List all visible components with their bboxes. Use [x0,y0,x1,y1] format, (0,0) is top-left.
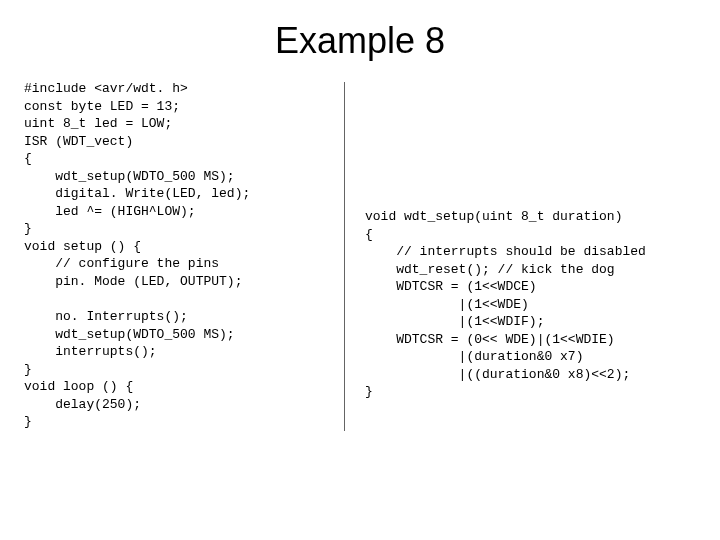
code-columns: #include <avr/wdt. h> const byte LED = 1… [0,80,720,431]
slide-title: Example 8 [0,0,720,80]
code-block-left: #include <avr/wdt. h> const byte LED = 1… [24,80,336,431]
code-block-right: void wdt_setup(uint 8_t duration) { // i… [365,208,696,401]
left-column: #include <avr/wdt. h> const byte LED = 1… [24,80,344,431]
right-column: void wdt_setup(uint 8_t duration) { // i… [344,82,696,431]
